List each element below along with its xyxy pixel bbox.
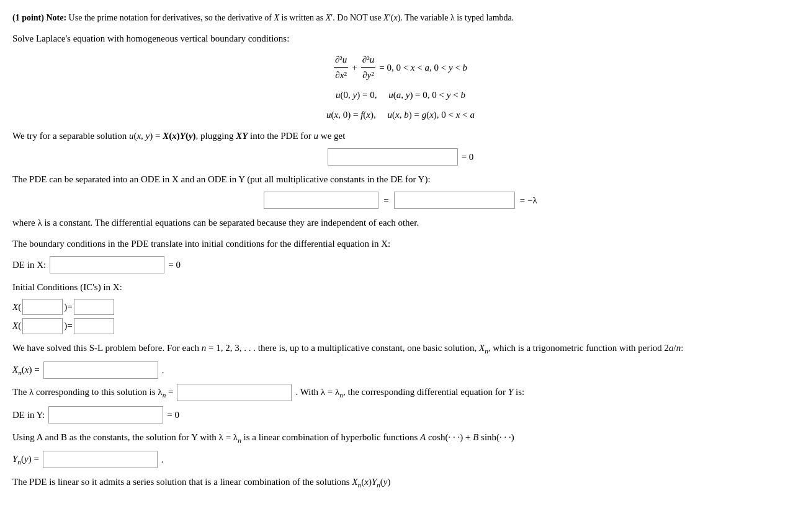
separable-text: We try for a separable solution u(x, y) …	[12, 128, 789, 143]
problem-intro: Solve Laplace's equation with homogeneou…	[12, 31, 789, 46]
xn-input[interactable]	[43, 361, 158, 379]
ic2-arg-input[interactable]	[22, 317, 63, 334]
plug-equals-zero: = 0	[462, 149, 474, 164]
xn-row: Xn(x) = .	[12, 361, 789, 379]
lambda-input[interactable]	[177, 384, 292, 401]
de-y-input[interactable]	[48, 406, 163, 423]
final-text: The PDE is linear so it admits a series …	[12, 474, 789, 490]
xn-label: Xn(x) =	[12, 362, 40, 378]
ic-label: Initial Conditions (IC's) in X:	[12, 280, 789, 295]
ic1-val-input[interactable]	[74, 298, 114, 315]
note-line: (1 point) Note: Use the prime notation f…	[12, 11, 789, 25]
yn-period: .	[161, 452, 164, 467]
bc-translate-text: The boundary conditions in the PDE trans…	[12, 236, 789, 251]
xn-period: .	[162, 363, 164, 378]
bc1-line: u(0, y) = 0, u(a, y) = 0, 0 < y < b	[12, 87, 789, 102]
de-x-row: DE in X: = 0	[12, 256, 789, 273]
lambda-row: The λ corresponding to this solution is …	[12, 384, 789, 401]
ic-row-2: X( )=	[12, 317, 789, 334]
bc2-line: u(x, 0) = f(x), u(x, b) = g(x), 0 < x < …	[12, 107, 789, 122]
de-y-row: DE in Y: = 0	[12, 406, 789, 423]
note-text: (1 point) Note: Use the prime notation f…	[12, 13, 514, 22]
de-y-equals-zero: = 0	[167, 407, 179, 422]
de-x-label: DE in X:	[12, 257, 46, 272]
plus-sign: +	[352, 60, 357, 75]
ic1-x-label: X(	[12, 299, 21, 314]
ic2-x-label: X(	[12, 318, 21, 333]
intro-text: Solve Laplace's equation with homogeneou…	[12, 33, 289, 43]
lambda-text2: . With λ = λn, the corresponding differe…	[295, 384, 524, 401]
lambda-text1: The λ corresponding to this solution is …	[12, 384, 173, 401]
yn-label: Yn(y) =	[12, 451, 39, 468]
sep-input-right[interactable]	[394, 192, 515, 209]
where-lambda-text: where λ is a constant. The differential …	[12, 215, 789, 230]
fraction-d2u-dx2: ∂²u ∂x²	[334, 52, 348, 82]
yn-input[interactable]	[43, 451, 158, 468]
de-y-label: DE in Y:	[12, 407, 45, 422]
using-text: Using A and B as the constants, the solu…	[12, 430, 789, 446]
yn-row: Yn(y) = .	[12, 451, 789, 468]
ic2-val-input[interactable]	[74, 317, 114, 334]
sep-equation-row: = = −λ	[12, 192, 789, 209]
ic1-paren-eq: )=	[64, 299, 72, 314]
sl-text: We have solved this S-L problem before. …	[12, 340, 789, 357]
ic1-arg-input[interactable]	[22, 298, 63, 315]
sep-equals-neg-lambda: = −λ	[520, 193, 537, 208]
de-x-equals-zero: = 0	[168, 257, 181, 272]
pde-equation: ∂²u ∂x² + ∂²u ∂y² = 0, 0 < x < a, 0 < y …	[12, 52, 789, 82]
pde-rhs: = 0, 0 < x < a, 0 < y < b	[379, 60, 467, 75]
plug-input-box[interactable]	[328, 148, 458, 166]
plugging-row: = 0	[12, 148, 789, 166]
ic2-paren-eq: )=	[64, 318, 72, 333]
ic-row-1: X( )=	[12, 298, 789, 315]
de-x-input[interactable]	[50, 256, 164, 273]
sep-input-left[interactable]	[264, 192, 378, 209]
fraction-d2u-dy2: ∂²u ∂y²	[361, 52, 375, 82]
sep-equals-sign: =	[383, 193, 388, 208]
sep-text: The PDE can be separated into an ODE in …	[12, 172, 789, 187]
